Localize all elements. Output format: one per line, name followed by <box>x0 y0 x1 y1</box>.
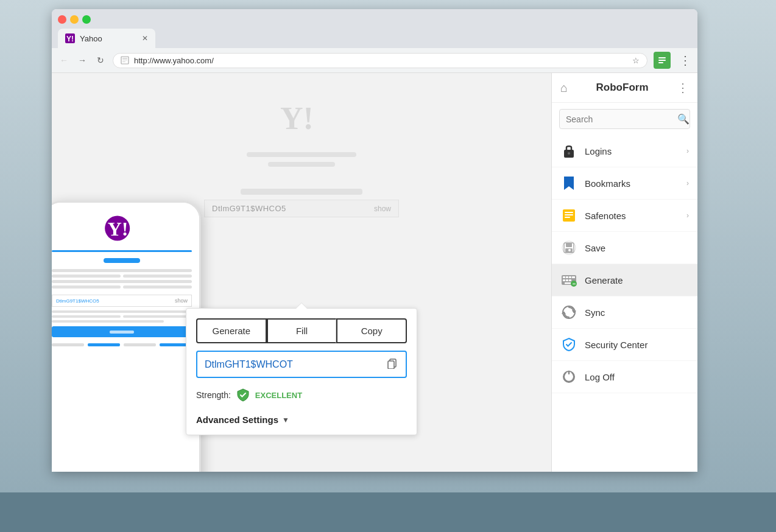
roboform-search-bar[interactable]: 🔍 <box>559 109 690 129</box>
yahoo-logo-placeholder: Y! <box>277 97 326 134</box>
phone-password-value: DtlmG9T1$WHCO5 <box>56 298 99 304</box>
password-display: DtlmG9T1$WHCO5 show <box>204 200 399 217</box>
phone-bar-7 <box>52 310 192 313</box>
close-button[interactable] <box>58 15 66 24</box>
logins-arrow-icon: › <box>686 147 689 155</box>
sidebar-item-safenotes[interactable]: Safenotes › <box>552 200 697 232</box>
phone-bar-1 <box>52 269 192 272</box>
phone-link-3 <box>124 343 156 346</box>
svg-rect-32 <box>566 279 568 281</box>
svg-rect-4 <box>122 60 127 60</box>
phone-bar-6 <box>123 285 192 289</box>
sidebar-item-logoff[interactable]: Log Off <box>552 361 697 393</box>
phone-section-2 <box>52 310 192 323</box>
generate-button[interactable]: Generate <box>196 318 267 343</box>
generate-icon: ✏ <box>560 271 577 289</box>
svg-point-25 <box>568 249 571 251</box>
save-icon <box>560 239 577 256</box>
bookmark-star-icon[interactable]: ☆ <box>632 56 640 65</box>
password-value: DtlmG9T1$WHCO5 <box>212 204 286 213</box>
lock-icon <box>560 142 577 159</box>
forward-button[interactable]: → <box>76 54 88 66</box>
strength-value: EXCELLENT <box>255 391 302 400</box>
password-generator-popup: Generate Fill Copy DtlmGHT1$WHCOT <box>186 308 417 435</box>
sidebar-item-save[interactable]: Save <box>552 232 697 264</box>
phone-submit-button[interactable] <box>52 326 192 337</box>
tab-label: Yahoo <box>80 34 102 43</box>
advanced-settings-row[interactable]: Advanced Settings ▼ <box>186 410 417 435</box>
page-icon <box>121 56 129 65</box>
sidebar-item-bookmarks[interactable]: Bookmarks › <box>552 167 697 200</box>
phone-submit-inner <box>110 331 134 334</box>
refresh-button[interactable]: ↻ <box>94 54 107 66</box>
bookmark-icon <box>560 175 577 192</box>
bottom-bar <box>0 492 776 532</box>
maximize-button[interactable] <box>82 15 91 24</box>
copy-to-clipboard-icon[interactable] <box>386 357 398 372</box>
username-field-placeholder <box>241 189 362 195</box>
svg-rect-20 <box>565 217 570 218</box>
roboform-search-input[interactable] <box>566 114 672 124</box>
url-bar[interactable]: http://www.yahoo.com/ ☆ <box>113 53 647 68</box>
phone-show-link[interactable]: show <box>175 298 188 304</box>
yahoo-page: Y! DtlmG9T1$WHCO5 show <box>52 73 551 472</box>
phone-yahoo-logo: Y! <box>52 215 192 242</box>
sidebar-item-security-center[interactable]: Security Center <box>552 329 697 361</box>
security-center-label: Security Center <box>585 340 689 350</box>
svg-rect-8 <box>658 60 666 61</box>
sidebar-item-generate[interactable]: ✏ Generate <box>552 264 697 296</box>
svg-rect-5 <box>122 61 125 62</box>
svg-rect-23 <box>566 243 572 247</box>
roboform-sidebar-panel: ⌂ RoboForm ⋮ 🔍 <box>551 73 697 472</box>
svg-rect-31 <box>563 279 565 281</box>
roboform-home-icon[interactable]: ⌂ <box>560 81 568 95</box>
sidebar-item-sync[interactable]: Sync <box>552 296 697 329</box>
svg-rect-12 <box>388 361 394 369</box>
show-password-link[interactable]: show <box>374 205 391 213</box>
pw-action-buttons: Generate Fill Copy <box>186 309 417 351</box>
url-bar-area: ← → ↻ http://www.yahoo.com/ ☆ <box>52 48 697 73</box>
copy-button[interactable]: Copy <box>336 318 407 343</box>
safenotes-icon <box>560 207 577 224</box>
phone-two-col-3 <box>52 315 192 318</box>
tab-close-button[interactable]: ✕ <box>142 34 148 43</box>
bookmarks-label: Bookmarks <box>585 178 679 189</box>
svg-text:Y!: Y! <box>108 218 129 240</box>
browser-tab-yahoo[interactable]: Y! Yahoo ✕ <box>58 29 155 48</box>
fill-button[interactable]: Fill <box>267 318 337 343</box>
sidebar-item-logins[interactable]: Logins › <box>552 135 697 167</box>
phone-bar-3 <box>123 275 192 278</box>
advanced-settings-label: Advanced Settings <box>196 415 278 425</box>
strength-shield-icon <box>236 388 250 402</box>
roboform-menu-icon[interactable]: ⋮ <box>677 80 689 95</box>
traffic-lights <box>58 15 691 24</box>
phone-nav-bar <box>104 258 140 263</box>
strength-label: Strength: <box>196 390 231 400</box>
phone-bar-8 <box>52 315 121 318</box>
search-icon: 🔍 <box>677 113 690 125</box>
generated-password-value: DtlmGHT1$WHCOT <box>205 359 381 370</box>
minimize-button[interactable] <box>70 15 79 24</box>
roboform-extension-icon[interactable] <box>654 52 671 69</box>
svg-text:Y!: Y! <box>280 101 314 134</box>
form-fields-area: DtlmG9T1$WHCO5 show <box>204 189 399 217</box>
phone-password-display: DtlmG9T1$WHCO5 show <box>52 295 192 307</box>
phone-bar-5 <box>52 285 121 289</box>
phone-screen: Y! <box>52 203 199 472</box>
security-icon <box>560 336 577 353</box>
svg-text:✏: ✏ <box>573 282 576 286</box>
phone-two-col-2 <box>52 285 192 289</box>
svg-rect-33 <box>569 279 571 281</box>
browser-content: Y! DtlmG9T1$WHCO5 show <box>52 73 697 472</box>
phone-link-2-blue <box>88 343 120 346</box>
back-button[interactable]: ← <box>58 54 70 66</box>
roboform-title: RoboForm <box>574 82 671 94</box>
advanced-settings-arrow-icon: ▼ <box>282 416 289 424</box>
safenotes-arrow-icon: › <box>686 211 689 220</box>
popup-pointer <box>295 303 308 309</box>
browser-menu-button[interactable]: ⋮ <box>679 53 691 68</box>
svg-rect-30 <box>572 276 575 278</box>
mobile-phone-mockup: Y! <box>52 201 201 472</box>
placeholder-bar-2 <box>268 162 335 167</box>
svg-rect-27 <box>563 276 565 278</box>
